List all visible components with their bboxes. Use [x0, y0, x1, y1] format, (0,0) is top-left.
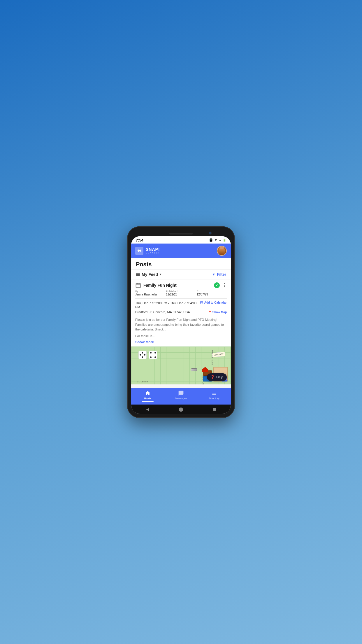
game-token — [191, 368, 197, 371]
nav-item-posts[interactable]: Posts — [131, 390, 164, 402]
die-1 — [138, 351, 147, 359]
show-more-label: Show More — [135, 340, 154, 344]
exp-label: Exp — [197, 290, 227, 293]
add-calendar-label: Add to Calendar — [204, 301, 227, 304]
bottom-nav: Posts Messages Directory — [131, 388, 231, 405]
nav-item-directory[interactable]: Directory — [198, 390, 231, 402]
card-actions: ✓ ⋮ — [214, 282, 227, 288]
snap-logo-icon — [135, 247, 143, 255]
page-title-bar: Posts — [131, 258, 231, 270]
back-button[interactable]: ◀ — [146, 407, 149, 412]
dice-group — [138, 351, 157, 359]
event-location: Bradford St, Concord, MA 01742, USA — [135, 310, 190, 314]
show-more-button[interactable]: Show More — [131, 340, 231, 346]
svg-rect-0 — [136, 283, 140, 288]
more-options-button[interactable]: ⋮ — [222, 283, 227, 288]
nav-label-directory: Directory — [209, 397, 219, 400]
help-fab[interactable]: ❓ Help — [207, 373, 227, 381]
card-header: Family Fun Night ✓ ⋮ — [131, 279, 231, 290]
avatar-figure — [219, 247, 225, 255]
user-avatar[interactable] — [217, 246, 227, 256]
directory-icon — [211, 390, 217, 396]
luxury-tax-text: LUXURY TAX — [211, 349, 213, 365]
event-card: Family Fun Night ✓ ⋮ By Jenna Raschella … — [131, 279, 231, 385]
hamburger-line-2 — [136, 274, 140, 275]
filter-icon: ▼ — [212, 272, 215, 276]
logo-text: SNAP! CONNECT — [146, 247, 160, 254]
card-description-text: Please join us for our Family Fun Night … — [135, 317, 227, 332]
location-pin-icon: 📍 — [208, 311, 212, 314]
nav-item-messages[interactable]: Messages — [164, 390, 198, 402]
filter-button[interactable]: ▼ Filter — [212, 272, 226, 276]
published-date: 11/21/23 — [166, 293, 196, 296]
scroll-content[interactable]: Family Fun Night ✓ ⋮ By Jenna Raschella … — [131, 279, 231, 388]
my-feed-label: My Feed — [142, 272, 158, 277]
help-circle-icon: ❓ — [210, 375, 215, 379]
page-title: Posts — [136, 261, 226, 268]
feed-filter-bar: My Feed ▾ ▼ Filter — [131, 270, 231, 279]
signal-icon: ▲ — [219, 239, 222, 242]
card-event-details: Thu, Dec 7 at 2:00 PM - Thu, Dec 7 at 4:… — [131, 299, 231, 315]
chevron-down-icon: ▾ — [160, 273, 161, 276]
hamburger-icon — [136, 273, 140, 276]
nav-label-posts: Posts — [144, 397, 152, 400]
wifi-icon: ▼ — [214, 238, 217, 242]
status-icons: 📳 ▼ ▲ 🔋 — [209, 238, 226, 242]
logo-connect: CONNECT — [146, 252, 160, 254]
nav-underline-posts — [142, 401, 154, 402]
phone-speaker — [169, 233, 193, 235]
logo-snap: SNAP! — [146, 247, 160, 252]
event-location-row: Bradford St, Concord, MA 01742, USA 📍 Sh… — [135, 310, 227, 314]
event-time-row: Thu, Dec 7 at 2:00 PM - Thu, Dec 7 at 4:… — [135, 301, 227, 309]
red-house-body — [202, 369, 208, 372]
check-badge: ✓ — [214, 282, 220, 288]
card-title-row: Family Fun Night — [135, 282, 214, 288]
card-image-container: CHANCE LUXURY TAX COLLECT BOARDWALK — [131, 346, 231, 384]
event-title: Family Fun Night — [143, 283, 177, 288]
messages-icon — [178, 390, 184, 396]
published-label: Published — [166, 290, 196, 293]
nav-label-messages: Messages — [175, 397, 187, 400]
die-2 — [149, 351, 157, 359]
collect-text: COLLECT — [137, 381, 148, 383]
author-value: Jenna Raschella — [135, 293, 165, 296]
android-nav: ◀ ⬤ ◼ — [131, 405, 231, 414]
event-time: Thu, Dec 7 at 2:00 PM - Thu, Dec 7 at 4:… — [135, 301, 198, 309]
card-description: Please join us for our Family Fun Night … — [131, 315, 231, 340]
recents-button[interactable]: ◼ — [213, 407, 216, 412]
card-meta: By Jenna Raschella Published 11/21/23 Ex… — [131, 290, 231, 298]
app-logo: SNAP! CONNECT — [135, 247, 160, 255]
status-time: 7:54 — [136, 238, 143, 242]
red-house-roof — [202, 367, 208, 369]
battery-icon: 🔋 — [223, 239, 226, 242]
vibrate-icon: 📳 — [209, 238, 213, 242]
app-header: SNAP! CONNECT — [131, 244, 231, 258]
status-bar: 7:54 📳 ▼ ▲ 🔋 — [131, 236, 231, 244]
show-map-button[interactable]: 📍 Show Map — [208, 311, 227, 314]
my-feed-button[interactable]: My Feed ▾ — [136, 272, 161, 277]
card-description-extra: For those in... — [135, 334, 227, 339]
calendar-icon — [135, 282, 141, 288]
home-icon — [145, 390, 151, 396]
phone-screen: 7:54 📳 ▼ ▲ 🔋 SNAP! CONNECT — [131, 236, 231, 414]
svg-rect-4 — [200, 301, 203, 304]
filter-label: Filter — [217, 272, 226, 276]
home-button[interactable]: ⬤ — [179, 407, 183, 412]
phone-camera — [209, 232, 212, 235]
add-to-calendar-button[interactable]: Add to Calendar — [200, 301, 227, 304]
show-map-label: Show Map — [212, 311, 227, 314]
avatar-head — [220, 246, 224, 249]
exp-date: 12/07/23 — [197, 293, 227, 296]
hamburger-line-3 — [136, 275, 140, 276]
help-label: Help — [216, 375, 223, 379]
by-label: By — [135, 290, 165, 293]
calendar-add-icon — [200, 301, 203, 304]
hamburger-line-1 — [136, 273, 140, 274]
